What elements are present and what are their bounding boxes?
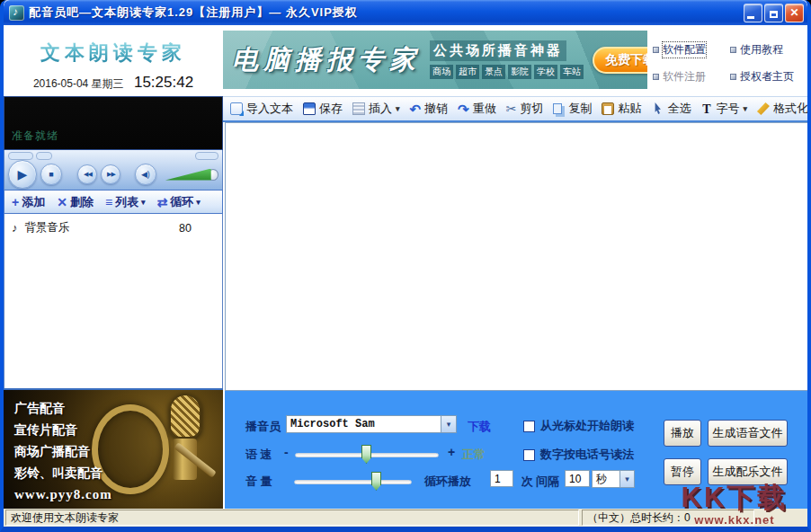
interval-input[interactable] bbox=[565, 470, 590, 487]
broom-icon bbox=[757, 102, 770, 115]
speaker-icon: ◀) bbox=[141, 170, 150, 179]
banner-tag: 景点 bbox=[482, 65, 505, 79]
redo-button[interactable]: ↷重做 bbox=[458, 101, 496, 117]
ad-line: 彩铃、叫卖配音 bbox=[14, 462, 223, 483]
save-icon bbox=[303, 102, 316, 115]
date-text: 2016-05-04 星期三 bbox=[33, 77, 124, 90]
select-all-button[interactable]: 全选 bbox=[651, 101, 691, 117]
copy-button[interactable]: 复制 bbox=[553, 101, 592, 117]
volume-label: 音 量 bbox=[245, 474, 272, 490]
stop-media-button[interactable]: ■ bbox=[40, 164, 62, 185]
voice-select[interactable]: Microsoft Sam ▾ bbox=[286, 415, 457, 433]
insert-button[interactable]: 插入▾ bbox=[352, 101, 400, 117]
status-message: 欢迎使用文本朗读专家 bbox=[5, 510, 579, 526]
ad-line: 广告配音 bbox=[14, 397, 223, 419]
cut-button[interactable]: ✂剪切 bbox=[506, 101, 544, 117]
sidebar-ad[interactable]: 广告配音 宣传片配音 商场广播配音 彩铃、叫卖配音 www.pyy8.com bbox=[4, 388, 223, 509]
bullet-icon bbox=[653, 47, 659, 53]
pause-button[interactable]: 暂停 bbox=[664, 458, 701, 485]
playlist: ♪ 背景音乐 80 bbox=[4, 214, 223, 388]
banner-tag: 学校 bbox=[534, 65, 557, 79]
banner-tag: 超市 bbox=[456, 65, 479, 79]
app-icon bbox=[9, 5, 24, 21]
list-icon: ≡ bbox=[105, 195, 112, 209]
app-logo: 文本朗读专家 bbox=[4, 40, 223, 66]
add-track-button[interactable]: +添加 bbox=[12, 194, 45, 210]
bullet-icon bbox=[653, 74, 659, 80]
voice-select-value: Microsoft Sam bbox=[287, 418, 441, 430]
undo-button[interactable]: ↶撤销 bbox=[410, 101, 449, 117]
loop-menu-button[interactable]: ⇄循环▾ bbox=[157, 194, 201, 210]
link-software-config[interactable]: 软件配置 bbox=[653, 42, 730, 58]
window-title: 配音员吧—文本朗读专家1.29【注册用户】— 永久VIP授权 bbox=[29, 4, 744, 21]
minimize-icon bbox=[747, 16, 754, 19]
paste-icon bbox=[602, 102, 614, 115]
phone-number-reading-checkbox[interactable]: 数字按电话号读法 bbox=[523, 447, 634, 463]
loop-play-label: 循环播放 bbox=[424, 474, 471, 490]
text-editor[interactable] bbox=[225, 122, 807, 391]
ad-line: 宣传片配音 bbox=[14, 419, 223, 440]
save-button[interactable]: 保存 bbox=[303, 101, 343, 117]
ad-site-url: www.pyy8.com bbox=[14, 483, 223, 505]
loop-count-input[interactable] bbox=[490, 470, 513, 487]
delete-track-button[interactable]: ✕删除 bbox=[57, 194, 94, 210]
chevron-down-icon: ▾ bbox=[141, 198, 146, 207]
status-bar: 欢迎使用文本朗读专家 （中文）总时长约：0 bbox=[4, 509, 807, 527]
next-icon: ▶▶ bbox=[107, 171, 115, 178]
cursor-icon bbox=[651, 102, 664, 115]
banner-ad[interactable]: 电脑播报专家 公共场所播音神器 商场 超市 景点 影院 学校 车站 免费下载 ☁ bbox=[223, 31, 647, 89]
logo-block: 文本朗读专家 2016-05-04 星期三 15:25:42 bbox=[4, 25, 223, 96]
speed-slider-thumb[interactable] bbox=[361, 445, 371, 464]
link-author-home[interactable]: 授权者主页 bbox=[730, 69, 807, 84]
chevron-down-icon: ▾ bbox=[396, 104, 400, 113]
voice-download-link[interactable]: 下载 bbox=[468, 419, 491, 435]
font-size-icon: T bbox=[700, 102, 712, 115]
play-button[interactable]: 播放 bbox=[664, 420, 701, 447]
redo-icon: ↷ bbox=[458, 102, 469, 116]
previous-track-button[interactable]: ◀◀ bbox=[77, 164, 97, 184]
banner-tags: 商场 超市 景点 影院 学校 车站 bbox=[430, 65, 584, 79]
player-volume-slider[interactable] bbox=[165, 169, 211, 181]
play-media-button[interactable]: ▶ bbox=[8, 160, 37, 189]
maximize-icon bbox=[770, 11, 778, 18]
next-track-button[interactable]: ▶▶ bbox=[101, 164, 120, 184]
minimize-button[interactable] bbox=[744, 4, 762, 22]
speed-label: 语 速 bbox=[245, 447, 272, 463]
import-text-button[interactable]: 导入文本 bbox=[230, 101, 293, 117]
close-button[interactable]: ✕ bbox=[785, 4, 804, 22]
track-volume: 80 bbox=[179, 222, 213, 235]
banner-download-button[interactable]: 免费下载 ☁ bbox=[593, 47, 647, 74]
media-player-controls: ▶ ■ ◀◀ ▶▶ ◀) bbox=[4, 150, 223, 190]
speed-minus[interactable]: - bbox=[284, 445, 289, 459]
checkbox-icon bbox=[523, 449, 535, 461]
volume-slider-thumb[interactable] bbox=[371, 472, 381, 491]
previous-icon: ◀◀ bbox=[84, 171, 92, 178]
player-sidebar: 准备就绪 ▶ ■ ◀◀ ▶▶ ◀) +添加 bbox=[4, 96, 223, 509]
link-register[interactable]: 软件注册 bbox=[653, 69, 730, 84]
bullet-icon bbox=[730, 74, 736, 80]
volume-slider-track[interactable] bbox=[294, 480, 412, 484]
maximize-button[interactable] bbox=[764, 4, 783, 22]
checkbox-icon bbox=[523, 421, 535, 432]
scissors-icon: ✂ bbox=[506, 102, 517, 115]
mute-button[interactable]: ◀) bbox=[135, 164, 156, 185]
chevron-down-icon: ▾ bbox=[743, 104, 747, 113]
playlist-item[interactable]: ♪ 背景音乐 80 bbox=[4, 214, 222, 235]
loop-unit-label: 次 bbox=[521, 474, 533, 490]
list-menu-button[interactable]: ≡列表▾ bbox=[105, 194, 146, 210]
format-button[interactable]: 格式化 bbox=[757, 101, 808, 117]
font-size-button[interactable]: T字号▾ bbox=[700, 101, 747, 117]
generate-music-file-button[interactable]: 生成配乐文件 bbox=[708, 458, 788, 485]
interval-unit-select[interactable]: 秒 ▾ bbox=[592, 470, 635, 488]
chevron-down-icon[interactable]: ▾ bbox=[441, 416, 456, 432]
player-display: 准备就绪 bbox=[4, 96, 223, 150]
delete-x-icon: ✕ bbox=[57, 195, 67, 209]
paste-button[interactable]: 粘贴 bbox=[602, 101, 641, 117]
chevron-down-icon[interactable]: ▾ bbox=[619, 471, 634, 487]
play-icon: ▶ bbox=[18, 167, 28, 182]
link-tutorial[interactable]: 使用教程 bbox=[730, 42, 807, 58]
start-from-cursor-checkbox[interactable]: 从光标处开始朗读 bbox=[523, 418, 634, 434]
speed-plus[interactable]: + bbox=[448, 445, 455, 459]
loop-icon: ⇄ bbox=[157, 195, 168, 209]
generate-voice-file-button[interactable]: 生成语音文件 bbox=[708, 420, 788, 447]
